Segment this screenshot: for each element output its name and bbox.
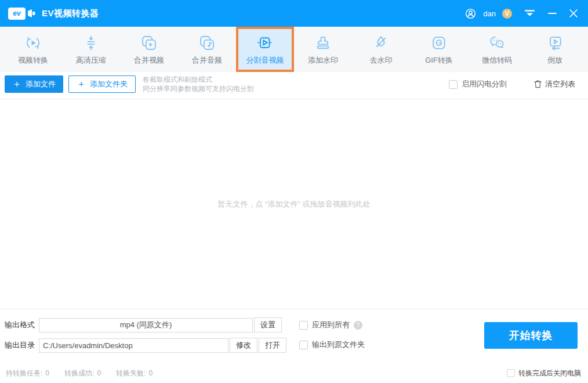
output-dir-label: 输出目录: [5, 340, 35, 351]
statusbar: 待转换任务:0 转换成功:0 转换失败:0 转换完成后关闭电脑: [0, 367, 588, 383]
plus-icon: ＋: [12, 80, 21, 89]
tab-label: 高清压缩: [76, 55, 106, 66]
hd-compress-icon: [82, 34, 100, 52]
mode-hint-line2: 同分辨率同参数视频可支持闪电分割: [143, 84, 254, 93]
minimize-button[interactable]: [546, 7, 558, 20]
output-panel: 输出格式 设置 输出目录 修改 打开 应用到所有 ? 输出到原文件夹: [0, 309, 588, 367]
tab-video-convert[interactable]: 视频转换: [4, 27, 62, 72]
pending-tasks-label: 待转换任务:: [6, 369, 42, 377]
reverse-play-icon: [546, 34, 564, 52]
failed-label: 转换失败:: [116, 369, 146, 377]
plus-icon: ＋: [77, 80, 86, 89]
clear-list-button[interactable]: 清空列表: [533, 79, 575, 89]
success-label: 转换成功:: [64, 369, 94, 377]
tab-label: 视频转换: [18, 55, 48, 66]
dir-open-button[interactable]: 打开: [259, 338, 286, 353]
tab-label: 去水印: [370, 55, 393, 66]
logo-ev-icon: ev: [8, 8, 26, 20]
file-drop-area[interactable]: 暂无文件，点 “添加文件” 或拖放音视频到此处: [0, 99, 588, 309]
user-avatar-icon[interactable]: [464, 7, 477, 20]
tab-label: 分割音视频: [246, 55, 284, 66]
start-convert-button[interactable]: 开始转换: [484, 322, 578, 349]
tab-add-watermark[interactable]: 添加水印: [294, 27, 352, 72]
shutdown-after-label: 转换完成后关闭电脑: [518, 368, 581, 378]
dropdown-menu-icon[interactable]: [523, 7, 536, 20]
add-file-label: 添加文件: [26, 79, 56, 89]
tab-label: 合并视频: [134, 55, 164, 66]
output-to-source-checkbox[interactable]: [299, 341, 308, 349]
lightning-split-checkbox[interactable]: [449, 80, 458, 89]
remove-watermark-icon: [372, 34, 390, 52]
mode-hint: 有截取模式和剔除模式 同分辨率同参数视频可支持闪电分割: [143, 75, 254, 93]
tab-label: 微信转码: [482, 55, 512, 66]
video-convert-icon: [24, 34, 42, 52]
tab-merge-audio[interactable]: 合并音频: [178, 27, 236, 72]
success-stat: 转换成功:0: [64, 368, 101, 378]
format-settings-button[interactable]: 设置: [254, 317, 282, 333]
failed-value: 0: [148, 369, 153, 377]
apply-all-label: 应用到所有: [312, 320, 350, 330]
help-icon[interactable]: ?: [354, 321, 362, 330]
app-logo: ev: [8, 8, 35, 20]
tab-wechat-transcode[interactable]: 微信转码: [468, 27, 526, 72]
pending-tasks-stat: 待转换任务:0: [6, 368, 49, 378]
tab-label: 添加水印: [308, 55, 338, 66]
username[interactable]: dan: [483, 9, 496, 18]
tab-label: 倒放: [547, 55, 562, 66]
mode-hint-line1: 有截取模式和剔除模式: [143, 75, 254, 84]
output-format-input[interactable]: [39, 318, 253, 333]
tab-reverse-play[interactable]: 倒放: [526, 27, 584, 72]
output-to-source-label: 输出到原文件夹: [312, 339, 365, 350]
success-value: 0: [97, 369, 101, 377]
tab-split-av[interactable]: 分割音视频: [236, 27, 294, 72]
output-format-label: 输出格式: [5, 320, 35, 330]
camera-icon: [27, 9, 35, 18]
tab-label: 合并音频: [192, 55, 222, 66]
app-window: ev EV视频转换器 dan V: [0, 0, 588, 383]
empty-list-message: 暂无文件，点 “添加文件” 或拖放音视频到此处: [218, 199, 371, 209]
tab-merge-video[interactable]: 合并视频: [120, 27, 178, 72]
app-title: EV视频转换器: [42, 8, 99, 19]
output-dir-input[interactable]: [39, 338, 228, 353]
add-file-button[interactable]: ＋ 添加文件: [5, 75, 63, 93]
apply-all-checkbox[interactable]: [299, 321, 308, 330]
wechat-transcode-icon: [488, 34, 506, 52]
tab-hd-compress[interactable]: 高清压缩: [62, 27, 120, 72]
failed-stat: 转换失败:0: [116, 368, 153, 378]
add-folder-button[interactable]: ＋ 添加文件夹: [68, 75, 136, 93]
gif-convert-icon: [430, 34, 448, 52]
vip-badge[interactable]: V: [502, 9, 512, 19]
pending-tasks-value: 0: [45, 369, 49, 377]
actionbar: ＋ 添加文件 ＋ 添加文件夹 有截取模式和剔除模式 同分辨率同参数视频可支持闪电…: [0, 72, 588, 99]
lightning-split-label: 启用闪电分割: [462, 79, 507, 89]
dir-modify-button[interactable]: 修改: [230, 338, 257, 353]
shutdown-after-checkbox[interactable]: [507, 369, 515, 377]
clear-list-label: 清空列表: [545, 79, 575, 89]
close-button[interactable]: [567, 7, 580, 20]
toolbar-tabs: 视频转换 高清压缩 合并视频: [0, 27, 588, 72]
add-watermark-icon: [314, 34, 332, 52]
merge-audio-icon: [198, 34, 216, 52]
tab-label: GIF转换: [425, 55, 453, 66]
trash-icon: [533, 80, 542, 89]
titlebar: ev EV视频转换器 dan V: [0, 0, 588, 27]
tab-remove-watermark[interactable]: 去水印: [352, 27, 410, 72]
merge-video-icon: [140, 34, 158, 52]
add-folder-label: 添加文件夹: [90, 79, 128, 89]
tab-gif-convert[interactable]: GIF转换: [410, 27, 468, 72]
split-av-icon: [256, 34, 274, 52]
